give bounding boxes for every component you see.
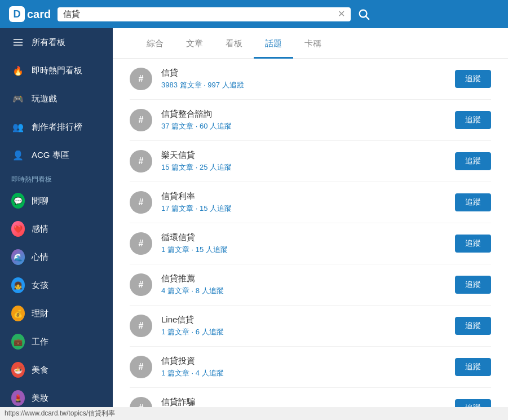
girl-icon: 👧 — [11, 277, 25, 293]
chat-icon: 💬 — [11, 193, 25, 209]
sidebar-item-finance[interactable]: 💰 理財 — [0, 299, 113, 328]
topic-info: 信貸詐騙 2 篇文章 · 2 人追蹤 — [161, 397, 446, 407]
follow-button[interactable]: 追蹤 — [455, 152, 491, 170]
logo-text: card — [27, 8, 51, 21]
topic-meta: 17 篇文章 · 15 人追蹤 — [161, 204, 446, 214]
follow-button[interactable]: 追蹤 — [455, 317, 491, 335]
sidebar-item-label: ACG 專區 — [32, 150, 69, 161]
list-item: # 信貸投資 1 篇文章 · 4 人追蹤 追蹤 — [130, 347, 491, 388]
sidebar-item-work[interactable]: 💼 工作 — [0, 328, 113, 356]
topic-info: 信貸 3983 篇文章 · 997 人追蹤 — [161, 68, 446, 90]
sidebar-item-label: 所有看板 — [32, 37, 65, 48]
sidebar-item-label: 心情 — [32, 252, 48, 263]
sidebar-item-girl[interactable]: 👧 女孩 — [0, 271, 113, 299]
topic-icon: # — [130, 397, 152, 407]
topic-name: 信貸整合諮詢 — [161, 109, 446, 120]
tab-話題[interactable]: 話題 — [254, 28, 293, 59]
sidebar-item-label: 美食 — [32, 365, 48, 375]
topic-name: 信貸推薦 — [161, 273, 446, 284]
search-icon — [357, 8, 370, 20]
search-bar: ✕ — [58, 7, 351, 21]
tabs: 綜合 文章 看板 話題 卡稱 — [113, 28, 508, 59]
food-icon: 🍜 — [11, 362, 25, 378]
search-clear-icon[interactable]: ✕ — [338, 10, 345, 19]
topic-icon: # — [130, 232, 152, 255]
topic-icon: # — [130, 315, 152, 337]
topic-info: 信貸推薦 4 篇文章 · 8 人追蹤 — [161, 273, 446, 296]
sidebar-item-love[interactable]: ❤️ 感情 — [0, 215, 113, 243]
sidebar: 所有看板 🔥 即時熱門看板 🎮 玩遊戲 👥 創作者排行榜 👤 ACG 專區 即時… — [0, 28, 113, 407]
topic-icon: # — [130, 68, 152, 90]
search-input[interactable] — [63, 10, 333, 19]
sidebar-item-label: 即時熱門看板 — [32, 65, 82, 76]
topic-name: 信貸利率 — [161, 191, 446, 202]
fire-icon: 🔥 — [11, 64, 25, 77]
topic-meta: 15 篇文章 · 25 人追蹤 — [161, 162, 446, 173]
logo-icon: D — [9, 6, 25, 22]
sidebar-item-label: 感情 — [32, 224, 48, 235]
sidebar-item-hot-boards[interactable]: 🔥 即時熱門看板 — [0, 56, 113, 85]
follow-button[interactable]: 追蹤 — [455, 358, 491, 376]
follow-button[interactable]: 追蹤 — [455, 276, 491, 294]
beauty-icon: 💄 — [11, 390, 25, 406]
topic-name: Line信貸 — [161, 315, 446, 325]
topic-meta: 3983 篇文章 · 997 人追蹤 — [161, 80, 446, 90]
topic-name: 信貸詐騙 — [161, 397, 446, 407]
work-icon: 💼 — [11, 334, 25, 350]
sidebar-item-mood[interactable]: 🌊 心情 — [0, 243, 113, 271]
sidebar-item-all-boards[interactable]: 所有看板 — [0, 28, 113, 56]
topic-icon: # — [130, 109, 152, 131]
sidebar-item-games[interactable]: 🎮 玩遊戲 — [0, 85, 113, 113]
gamepad-icon: 🎮 — [11, 92, 25, 105]
search-button[interactable] — [357, 8, 370, 20]
list-item: # 信貸推薦 4 篇文章 · 8 人追蹤 追蹤 — [130, 264, 491, 306]
main-layout: 所有看板 🔥 即時熱門看板 🎮 玩遊戲 👥 創作者排行榜 👤 ACG 專區 即時… — [0, 28, 508, 407]
sidebar-item-chat[interactable]: 💬 閒聊 — [0, 187, 113, 215]
tab-文章[interactable]: 文章 — [175, 28, 214, 59]
list-item: # 信貸 3983 篇文章 · 997 人追蹤 追蹤 — [130, 59, 491, 100]
sidebar-item-label: 玩遊戲 — [32, 94, 57, 104]
topic-icon: # — [130, 356, 152, 378]
list-icon — [11, 36, 25, 49]
topic-info: 樂天信貸 15 篇文章 · 25 人追蹤 — [161, 150, 446, 173]
topic-meta: 1 篇文章 · 15 人追蹤 — [161, 245, 446, 255]
follow-button[interactable]: 追蹤 — [455, 193, 491, 211]
section-label: 即時熱門看板 — [0, 169, 113, 187]
mood-icon: 🌊 — [11, 249, 25, 265]
logo[interactable]: D card — [9, 6, 51, 22]
follow-button[interactable]: 追蹤 — [455, 235, 491, 253]
list-item: # 信貸詐騙 2 篇文章 · 2 人追蹤 追蹤 — [130, 388, 491, 407]
love-icon: ❤️ — [11, 221, 25, 237]
creator-icon: 👥 — [11, 120, 25, 134]
follow-button[interactable]: 追蹤 — [455, 399, 491, 407]
sidebar-item-label: 女孩 — [32, 280, 48, 291]
follow-button[interactable]: 追蹤 — [455, 111, 491, 129]
topic-meta: 1 篇文章 · 4 人追蹤 — [161, 368, 446, 378]
acg-icon: 👤 — [11, 148, 25, 162]
list-item: # 循環信貸 1 篇文章 · 15 人追蹤 追蹤 — [130, 223, 491, 264]
topic-icon: # — [130, 191, 152, 214]
sidebar-item-label: 理財 — [32, 308, 48, 319]
follow-button[interactable]: 追蹤 — [455, 70, 491, 88]
topic-name: 樂天信貸 — [161, 150, 446, 161]
sidebar-item-food[interactable]: 🍜 美食 — [0, 356, 113, 384]
topic-meta: 1 篇文章 · 6 人追蹤 — [161, 327, 446, 337]
tab-看板[interactable]: 看板 — [214, 28, 254, 59]
svg-line-1 — [366, 16, 369, 19]
topic-meta: 37 篇文章 · 60 人追蹤 — [161, 121, 446, 131]
sidebar-item-creator-rank[interactable]: 👥 創作者排行榜 — [0, 113, 113, 141]
sidebar-item-beauty[interactable]: 💄 美妝 — [0, 384, 113, 407]
finance-icon: 💰 — [11, 306, 25, 321]
topic-meta: 4 篇文章 · 8 人追蹤 — [161, 286, 446, 296]
status-bar: https://www.dcard.tw/topics/信貸利率 — [0, 407, 508, 420]
tab-综合[interactable]: 綜合 — [135, 28, 175, 59]
topic-info: 信貸整合諮詢 37 篇文章 · 60 人追蹤 — [161, 109, 446, 131]
topic-name: 信貸投資 — [161, 356, 446, 366]
content-area: 綜合 文章 看板 話題 卡稱 # 信貸 3983 篇文章 · 997 人追蹤 追… — [113, 28, 508, 407]
status-url: https://www.dcard.tw/topics/信貸利率 — [5, 409, 115, 417]
sidebar-item-acg[interactable]: 👤 ACG 專區 — [0, 141, 113, 169]
tab-卡稱[interactable]: 卡稱 — [293, 28, 333, 59]
topic-info: 循環信貸 1 篇文章 · 15 人追蹤 — [161, 232, 446, 255]
topic-info: 信貸利率 17 篇文章 · 15 人追蹤 — [161, 191, 446, 214]
sidebar-item-label: 工作 — [32, 337, 48, 347]
